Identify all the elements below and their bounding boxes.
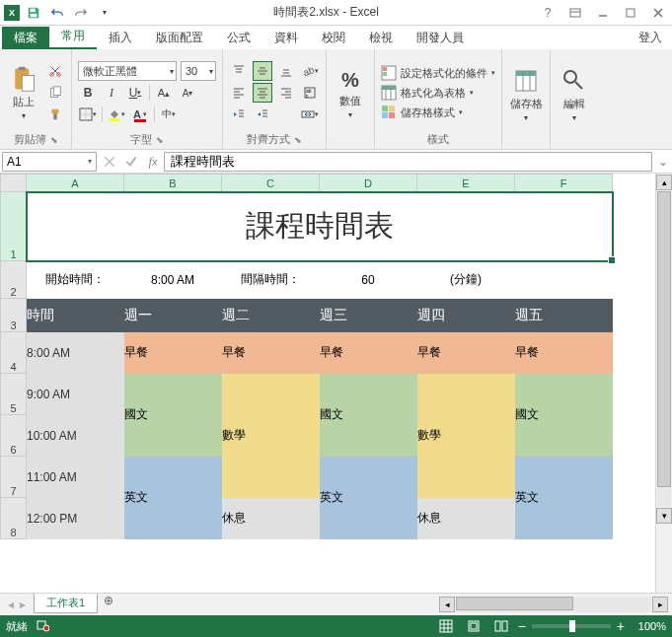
ribbon-display-icon[interactable] [561,1,589,25]
save-icon[interactable] [24,3,43,23]
row-header[interactable]: 1 [1,192,27,261]
zoom-level[interactable]: 100% [631,620,666,632]
row-header[interactable]: 3 [1,299,27,332]
sheet-tab[interactable]: 工作表1 [34,594,98,613]
alignment-launcher-icon[interactable]: ⬊ [294,135,302,145]
cell[interactable]: 週一 [124,299,222,332]
paste-button[interactable]: 貼上▾ [6,65,41,120]
col-header[interactable]: B [124,175,222,192]
cell[interactable]: 10:00 AM [27,415,124,457]
cell[interactable]: 國文 [124,374,222,457]
font-name-combo[interactable]: 微軟正黑體▾ [78,61,177,81]
decrease-indent-icon[interactable] [229,105,249,124]
zoom-slider[interactable] [532,624,611,628]
cell-title[interactable]: 課程時間表 [27,192,613,261]
tab-home[interactable]: 常用 [49,25,97,49]
cut-icon[interactable] [45,61,65,81]
shrink-font-button[interactable]: A▾ [178,83,197,103]
enter-formula-icon[interactable] [120,151,142,173]
cell[interactable]: 週四 [417,299,515,332]
cell[interactable]: 時間 [27,299,124,332]
copy-icon[interactable] [45,83,65,103]
row-header[interactable]: 2 [1,261,27,299]
cell[interactable]: 早餐 [515,332,613,374]
cell[interactable]: 數學 [417,374,515,498]
align-top-icon[interactable] [229,61,249,81]
increase-indent-icon[interactable] [253,105,272,124]
cell[interactable]: 休息 [417,498,515,539]
col-header[interactable]: D [320,175,417,192]
row-header[interactable]: 5 [1,374,27,415]
cell[interactable]: 間隔時間： [222,261,320,299]
cell[interactable]: 休息 [222,498,320,539]
cell[interactable]: 週三 [320,299,417,332]
col-header[interactable]: C [222,175,320,192]
cell[interactable]: 早餐 [417,332,515,374]
insert-function-button[interactable]: fx [142,151,164,173]
tab-data[interactable]: 資料 [262,27,310,49]
cell[interactable]: 早餐 [222,332,320,374]
merge-button[interactable]: ▾ [300,105,320,124]
formula-input[interactable] [164,152,652,172]
font-launcher-icon[interactable]: ⬊ [156,135,164,145]
clipboard-launcher-icon[interactable]: ⬊ [50,135,58,145]
font-color-button[interactable]: A▾ [130,105,150,124]
cell[interactable]: 60 [320,261,417,299]
tab-view[interactable]: 檢視 [357,27,405,49]
cell[interactable]: (分鐘) [417,261,515,299]
help-icon[interactable]: ? [534,1,561,25]
orientation-icon[interactable]: ab▾ [300,61,320,81]
wrap-text-icon[interactable]: abc [300,83,320,103]
cell-styles-button[interactable]: 儲存格樣式▾ [381,105,495,120]
format-painter-icon[interactable] [45,105,65,124]
align-left-icon[interactable] [229,83,249,103]
undo-icon[interactable] [47,3,67,23]
cell[interactable] [515,261,613,299]
grow-font-button[interactable]: A▴ [154,83,174,103]
cell[interactable]: 早餐 [320,332,417,374]
row-header[interactable]: 4 [1,332,27,374]
cell[interactable]: 英文 [124,457,222,539]
tab-file[interactable]: 檔案 [2,27,49,49]
signin-link[interactable]: 登入 [629,27,672,49]
expand-formula-bar-icon[interactable]: ⌄ [654,155,672,169]
cell[interactable]: 數學 [222,374,320,498]
zoom-out-button[interactable]: − [518,618,526,634]
col-header[interactable]: F [515,175,613,192]
name-box[interactable]: ▾ [2,152,97,172]
tab-insert[interactable]: 插入 [97,27,144,49]
tab-developer[interactable]: 開發人員 [405,27,476,49]
cell[interactable]: 國文 [515,374,613,457]
cells-button[interactable]: 儲存格▾ [508,67,544,122]
maximize-icon[interactable] [617,1,644,25]
phonetic-button[interactable]: 中▾ [159,105,179,124]
view-page-layout-icon[interactable] [463,617,485,635]
view-normal-icon[interactable] [435,617,457,635]
minimize-icon[interactable] [589,1,617,25]
font-size-combo[interactable]: 30▾ [181,61,216,81]
sheet-nav-prev-icon[interactable]: ◂ [8,598,14,611]
bold-button[interactable]: B [78,83,98,103]
italic-button[interactable]: I [102,83,121,103]
tab-review[interactable]: 校閱 [310,27,357,49]
cell[interactable]: 8:00 AM [27,332,124,374]
cell[interactable]: 週五 [515,299,613,332]
cell[interactable]: 早餐 [124,332,222,374]
cell[interactable]: 英文 [320,457,417,539]
cell[interactable]: 英文 [515,457,613,539]
close-icon[interactable] [644,1,672,25]
editing-button[interactable]: 編輯▾ [557,67,592,122]
align-right-icon[interactable] [276,83,296,103]
cell[interactable]: 8:00 AM [124,261,222,299]
border-button[interactable]: ▾ [78,105,98,124]
row-header[interactable]: 7 [1,457,27,498]
spreadsheet-grid[interactable]: A B C D E F 1 課程時間表 2 開始時間： 8:00 AM 間隔時間… [0,174,613,539]
cell[interactable]: 國文 [320,374,417,457]
cell[interactable]: 11:00 AM [27,457,124,498]
macro-record-icon[interactable] [36,618,49,634]
align-center-icon[interactable] [253,83,272,103]
tab-formulas[interactable]: 公式 [215,27,262,49]
vertical-scrollbar[interactable]: ▴ ▾ [655,174,672,593]
conditional-format-button[interactable]: 設定格式化的條件▾ [381,65,495,81]
cell[interactable]: 開始時間： [27,261,124,299]
